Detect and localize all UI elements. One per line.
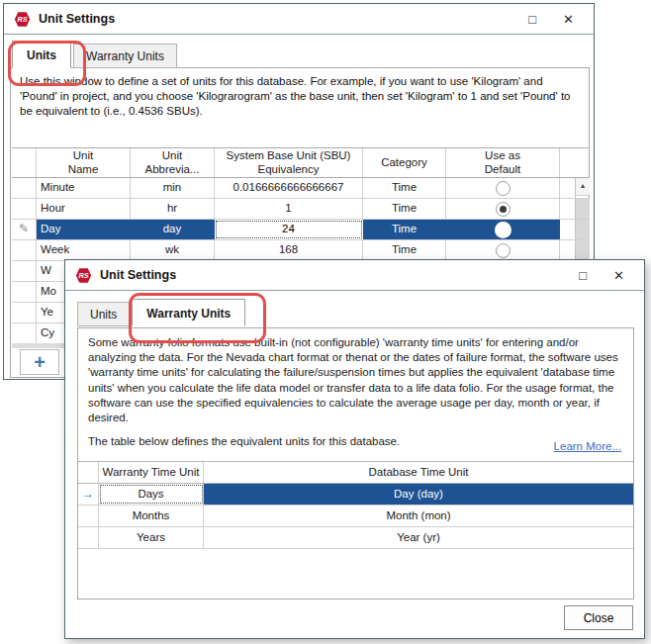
use-default-radio[interactable]	[496, 181, 511, 196]
col-warranty-time-unit[interactable]: Warranty Time Unit	[99, 462, 204, 483]
vertical-scrollbar-track[interactable]	[575, 199, 590, 219]
warranty-description: Some warranty folio formats use built-in…	[88, 335, 623, 425]
reliasoft-logo-icon: RS	[14, 11, 31, 28]
table-row-years[interactable]: Years Year (yr)	[78, 527, 633, 549]
unit-settings-window-front: RS Unit Settings □ ✕ Units Warranty Unit…	[64, 259, 645, 639]
close-button[interactable]: Close	[564, 605, 633, 630]
units-description: Use this window to define a set of units…	[20, 74, 580, 119]
maximize-icon[interactable]: □	[579, 269, 587, 282]
table-row-days-selected[interactable]: → Days Day (day)	[78, 484, 633, 506]
close-icon[interactable]: ✕	[563, 13, 574, 26]
add-unit-button[interactable]: +	[20, 349, 59, 375]
table-row-day-selected[interactable]: ✎ Day day 24 Time	[12, 220, 590, 240]
titlebar-divider	[4, 34, 594, 35]
scroll-up-icon[interactable]: ▲	[576, 178, 591, 196]
warranty-units-tab-panel: Some warranty folio formats use built-in…	[77, 327, 634, 599]
col-category[interactable]: Category	[363, 148, 446, 177]
titlebar-divider	[65, 290, 644, 291]
warranty-unit-cell[interactable]: Months	[99, 506, 204, 526]
tab-units[interactable]: Units	[77, 302, 130, 326]
row-indicator-header	[12, 148, 37, 177]
current-row-arrow-icon: →	[82, 488, 94, 502]
warranty-grid-header: Warranty Time Unit Database Time Unit	[78, 462, 633, 484]
use-default-radio-selected[interactable]	[496, 202, 511, 217]
svg-text:RS: RS	[17, 15, 27, 24]
maximize-icon[interactable]: □	[528, 13, 536, 26]
warranty-unit-cell[interactable]: Years	[99, 527, 204, 548]
titlebar[interactable]: RS Unit Settings □ ✕	[65, 260, 644, 290]
table-row-week[interactable]: Week wk 168 Time	[12, 240, 590, 261]
table-row-hour[interactable]: Hour hr 1 Time	[12, 199, 590, 220]
vertical-scrollbar-track[interactable]	[575, 220, 590, 239]
edit-pencil-icon: ✎	[19, 223, 29, 236]
warranty-units-grid: Warranty Time Unit Database Time Unit → …	[78, 461, 633, 549]
table-row-minute[interactable]: Minute min 0.0166666666666667 Time ▲	[12, 178, 590, 199]
close-icon[interactable]: ✕	[613, 269, 624, 282]
database-unit-cell[interactable]: Month (mon)	[204, 506, 633, 526]
database-unit-cell[interactable]: Day (day)	[204, 484, 633, 505]
window-title: Unit Settings	[100, 268, 176, 282]
use-default-radio[interactable]	[496, 243, 511, 258]
row-indicator-header	[78, 462, 99, 483]
vertical-scrollbar-track[interactable]	[575, 240, 590, 260]
warranty-table-caption: The table below defines the equivalent u…	[88, 435, 623, 447]
table-row-months[interactable]: Months Month (mon)	[78, 506, 633, 527]
svg-text:RS: RS	[78, 271, 88, 280]
tab-units[interactable]: Units	[12, 41, 71, 68]
tab-warranty-units[interactable]: Warranty Units	[132, 299, 245, 326]
tab-warranty-units[interactable]: Warranty Units	[73, 44, 177, 68]
learn-more-link[interactable]: Learn More...	[554, 440, 621, 452]
window-controls: □ ✕	[528, 13, 584, 26]
col-unit-abbreviation[interactable]: Unit Abbrevia...	[131, 148, 215, 177]
col-database-time-unit[interactable]: Database Time Unit	[204, 462, 633, 483]
col-filler	[560, 148, 575, 177]
use-default-radio[interactable]	[495, 222, 512, 238]
reliasoft-logo-icon: RS	[75, 267, 92, 284]
col-sbu-equivalency[interactable]: System Base Unit (SBU) Equivalency	[215, 148, 363, 177]
vertical-scrollbar[interactable]: ▲	[575, 178, 590, 198]
titlebar[interactable]: RS Unit Settings □ ✕	[4, 4, 594, 34]
units-grid-header: Unit Name Unit Abbrevia... System Base U…	[12, 148, 590, 178]
col-unit-name[interactable]: Unit Name	[37, 148, 131, 177]
database-unit-cell[interactable]: Year (yr)	[204, 527, 633, 548]
scrollbar-header-gap	[575, 148, 590, 177]
tab-strip: Units Warranty Units	[77, 298, 247, 326]
window-title: Unit Settings	[39, 12, 115, 26]
warranty-unit-cell[interactable]: Days	[99, 484, 204, 505]
col-use-as-default[interactable]: Use as Default	[446, 148, 560, 177]
tab-strip: Units Warranty Units	[12, 41, 179, 68]
window-controls: □ ✕	[579, 269, 634, 282]
sbu-cell-editing[interactable]: 24	[215, 220, 363, 239]
